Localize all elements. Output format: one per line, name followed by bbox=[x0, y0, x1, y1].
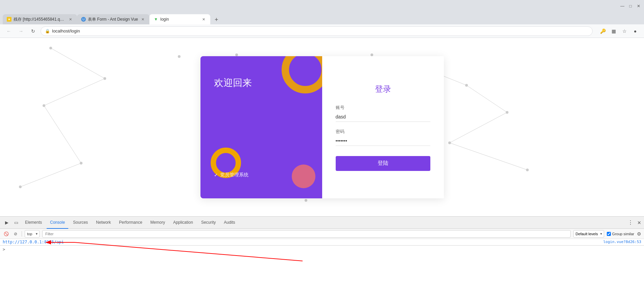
login-card: 欢迎回来 ✓ 党员管理系统 登录 账号 密码 bbox=[200, 56, 444, 198]
forward-btn[interactable]: → bbox=[16, 26, 26, 36]
devtools-toolbar-right: ⋮ ✕ bbox=[626, 219, 641, 226]
levels-select[interactable]: Default levels bbox=[573, 230, 604, 238]
devtools-tab-security[interactable]: Security bbox=[198, 217, 219, 229]
svg-line-1 bbox=[44, 79, 105, 106]
minimize-btn[interactable]: — bbox=[620, 3, 625, 9]
login-title: 登录 bbox=[375, 84, 391, 94]
tab-favicon-login: ▼ bbox=[153, 17, 158, 22]
tab-login[interactable]: ▼ login ✕ bbox=[149, 14, 210, 24]
svg-point-4 bbox=[49, 47, 52, 49]
context-select-wrap: top ▼ bbox=[25, 230, 40, 238]
url-lock-icon: 🔒 bbox=[45, 29, 50, 34]
svg-line-0 bbox=[51, 48, 105, 79]
tab-close-qzone[interactable]: ✕ bbox=[68, 17, 73, 22]
svg-line-2 bbox=[44, 106, 81, 163]
svg-line-13 bbox=[450, 143, 527, 170]
key-icon[interactable]: 🔑 bbox=[598, 26, 607, 36]
back-btn[interactable]: ← bbox=[4, 26, 14, 36]
svg-point-16 bbox=[506, 111, 508, 114]
devtools-tab-memory[interactable]: Memory bbox=[147, 217, 168, 229]
console-clear-btn[interactable]: 🚫 bbox=[3, 231, 9, 237]
svg-point-20 bbox=[305, 199, 307, 202]
svg-point-6 bbox=[43, 104, 45, 107]
tab-favicon-antdesign: U bbox=[81, 17, 86, 22]
welcome-text: 欢迎回来 bbox=[214, 76, 309, 89]
right-panel: 登录 账号 密码 登陆 bbox=[322, 56, 444, 198]
login-button[interactable]: 登陆 bbox=[336, 156, 430, 171]
system-icon: ✓ bbox=[214, 172, 218, 178]
svg-point-17 bbox=[448, 141, 451, 144]
new-tab-btn[interactable]: + bbox=[212, 15, 221, 24]
console-filter-toggle[interactable]: ⊘ bbox=[12, 231, 19, 237]
console-content: http://127.0.0.1:8185/api login.vue?8d26… bbox=[0, 239, 644, 307]
system-name-text: 党员管理系统 bbox=[220, 172, 248, 178]
account-form-group: 账号 bbox=[336, 105, 430, 122]
devtools-tab-elements[interactable]: Elements bbox=[22, 217, 45, 229]
context-select[interactable]: top bbox=[25, 230, 40, 238]
devtools-tabs-bar: ▶ ▭ Elements Console Sources Network Per… bbox=[0, 217, 644, 229]
password-input[interactable] bbox=[336, 136, 430, 146]
account-input[interactable] bbox=[336, 112, 430, 122]
devtools-close-btn[interactable]: ✕ bbox=[637, 220, 641, 225]
console-prompt[interactable]: > bbox=[0, 245, 644, 253]
group-similar-label[interactable]: Group similar bbox=[607, 232, 634, 236]
devtools-tab-audits[interactable]: Audits bbox=[220, 217, 238, 229]
tab-close-login[interactable]: ✕ bbox=[201, 17, 206, 22]
login-page: 欢迎回来 ✓ 党员管理系统 登录 账号 密码 bbox=[0, 38, 644, 216]
address-actions: 🔑 ▦ ☆ ● bbox=[598, 26, 640, 36]
svg-line-3 bbox=[20, 163, 81, 187]
maximize-btn[interactable]: □ bbox=[628, 3, 633, 9]
star-icon[interactable]: ☆ bbox=[620, 26, 629, 36]
tab-title-qzone: 残存 [http://1455465841.qzon... bbox=[14, 17, 66, 22]
account-label: 账号 bbox=[336, 105, 430, 111]
system-name: ✓ 党员管理系统 bbox=[214, 172, 309, 178]
devtools-tab-sources[interactable]: Sources bbox=[70, 217, 91, 229]
toolbar-separator bbox=[22, 231, 22, 237]
svg-point-8 bbox=[19, 185, 22, 188]
console-settings-btn[interactable]: ⚙ bbox=[637, 231, 641, 237]
prompt-chevron-icon: > bbox=[3, 247, 5, 252]
left-panel: 欢迎回来 ✓ 党员管理系统 bbox=[200, 56, 322, 198]
devtools-inspect-btn[interactable]: ▶ bbox=[3, 219, 11, 227]
devtools-tab-performance[interactable]: Performance bbox=[116, 217, 146, 229]
tab-title-login: login bbox=[160, 17, 199, 22]
svg-point-15 bbox=[465, 84, 468, 87]
browser-window: — □ ✕ ★ 残存 [http://1455465841.qzon... ✕ … bbox=[0, 0, 644, 307]
filter-input[interactable] bbox=[42, 230, 571, 238]
console-toolbar: 🚫 ⊘ top ▼ Default levels ▼ bbox=[0, 229, 644, 239]
reload-btn[interactable]: ↻ bbox=[28, 26, 38, 36]
window-controls: — □ ✕ bbox=[620, 3, 641, 9]
svg-point-5 bbox=[103, 77, 106, 80]
group-similar-checkbox[interactable] bbox=[607, 232, 611, 236]
password-form-group: 密码 bbox=[336, 129, 430, 146]
console-entry-link[interactable]: http://127.0.0.1:8185/api bbox=[3, 240, 64, 244]
url-text: localhost/login bbox=[52, 28, 588, 34]
tabs-bar: ★ 残存 [http://1455465841.qzon... ✕ U 表单 F… bbox=[0, 12, 644, 24]
console-entry-source[interactable]: login.vue?8d26:53 bbox=[603, 240, 641, 244]
svg-point-7 bbox=[80, 162, 82, 165]
devtools-tab-console[interactable]: Console bbox=[47, 217, 68, 229]
page-content: 欢迎回来 ✓ 党员管理系统 登录 账号 密码 bbox=[0, 38, 644, 216]
svg-line-12 bbox=[450, 112, 507, 143]
devtools-device-btn[interactable]: ▭ bbox=[12, 219, 20, 227]
lens-icon[interactable]: ▦ bbox=[609, 26, 618, 36]
tab-qzone[interactable]: ★ 残存 [http://1455465841.qzon... ✕ bbox=[3, 14, 77, 24]
group-similar-text: Group similar bbox=[612, 232, 634, 236]
address-bar: ← → ↻ 🔒 localhost/login 🔑 ▦ ☆ ● bbox=[0, 24, 644, 38]
profile-icon[interactable]: ● bbox=[630, 26, 640, 36]
password-label: 密码 bbox=[336, 129, 430, 135]
tab-close-antdesign[interactable]: ✕ bbox=[140, 17, 145, 22]
devtools-more-btn[interactable]: ⋮ bbox=[626, 219, 635, 226]
devtools-tab-network[interactable]: Network bbox=[93, 217, 114, 229]
url-bar[interactable]: 🔒 localhost/login bbox=[41, 26, 593, 36]
tab-antdesign[interactable]: U 表单 Form - Ant Design Vue ✕ bbox=[77, 14, 149, 24]
tab-title-antdesign: 表单 Form - Ant Design Vue bbox=[88, 17, 138, 22]
svg-point-18 bbox=[526, 169, 529, 171]
devtools-tab-application[interactable]: Application bbox=[170, 217, 196, 229]
svg-line-11 bbox=[467, 85, 507, 112]
svg-point-9 bbox=[178, 55, 181, 58]
devtools-panel: ▶ ▭ Elements Console Sources Network Per… bbox=[0, 216, 644, 307]
close-btn[interactable]: ✕ bbox=[636, 3, 641, 9]
console-entry-api: http://127.0.0.1:8185/api login.vue?8d26… bbox=[0, 239, 644, 245]
tab-favicon-qzone: ★ bbox=[7, 17, 11, 22]
